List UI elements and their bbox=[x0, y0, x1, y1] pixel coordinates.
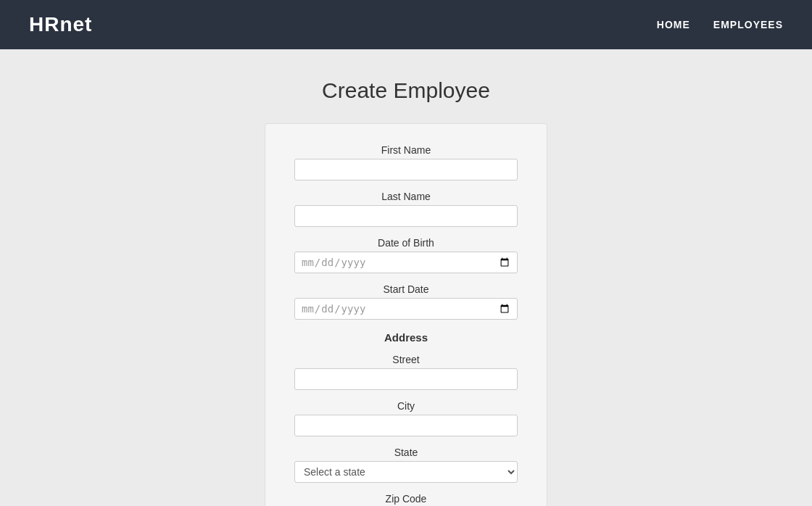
start-date-label: Start Date bbox=[294, 283, 518, 295]
main-nav: HOME EMPLOYEES bbox=[657, 19, 783, 30]
state-select[interactable]: Select a stateAlabamaAlaskaArizonaArkans… bbox=[294, 461, 518, 483]
city-label: City bbox=[294, 400, 518, 412]
create-employee-form: First Name Last Name Date of Birth Start… bbox=[294, 144, 518, 506]
street-input[interactable] bbox=[294, 368, 518, 390]
page-title: Create Employee bbox=[322, 78, 490, 103]
state-label: State bbox=[294, 447, 518, 458]
start-date-input[interactable] bbox=[294, 298, 518, 320]
first-name-input[interactable] bbox=[294, 159, 518, 181]
first-name-label: First Name bbox=[294, 144, 518, 156]
zip-code-label: Zip Code bbox=[294, 493, 518, 505]
main-content: Create Employee First Name Last Name Dat… bbox=[0, 49, 812, 506]
address-section-label: Address bbox=[294, 331, 518, 344]
nav-home[interactable]: HOME bbox=[657, 19, 690, 30]
date-of-birth-input[interactable] bbox=[294, 252, 518, 273]
nav-employees[interactable]: EMPLOYEES bbox=[713, 19, 783, 30]
site-header: HRnet HOME EMPLOYEES bbox=[0, 0, 812, 49]
last-name-input[interactable] bbox=[294, 205, 518, 227]
city-input[interactable] bbox=[294, 415, 518, 436]
street-label: Street bbox=[294, 354, 518, 365]
date-of-birth-label: Date of Birth bbox=[294, 237, 518, 249]
site-logo: HRnet bbox=[29, 13, 92, 36]
create-employee-form-card: First Name Last Name Date of Birth Start… bbox=[265, 123, 547, 506]
last-name-label: Last Name bbox=[294, 191, 518, 202]
